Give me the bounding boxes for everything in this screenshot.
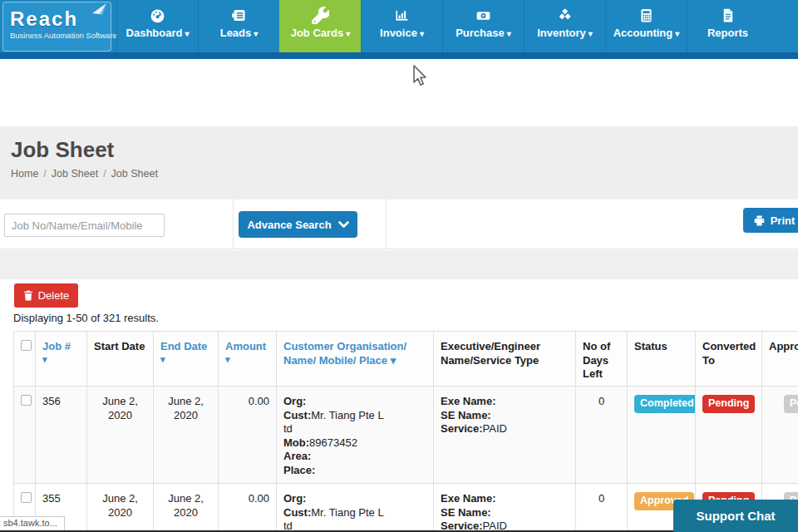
- printer-icon: [753, 214, 766, 227]
- file-icon: [687, 0, 768, 25]
- sort-caret-icon: ▾: [391, 354, 397, 367]
- page-title: Job Sheet: [11, 137, 114, 163]
- caret-down-icon: ▾: [346, 29, 350, 38]
- sort-caret-icon: ▾: [42, 354, 80, 364]
- breadcrumb-home[interactable]: Home: [11, 168, 38, 180]
- money-icon: [443, 0, 524, 25]
- chevron-down-icon: [338, 221, 349, 229]
- cubes-icon: [525, 0, 605, 25]
- browser-link-preview: sb4.tawk.to...: [0, 516, 65, 530]
- breadcrumb-separator: /: [43, 168, 46, 180]
- nav-item-purchase[interactable]: Purchase▾: [442, 0, 524, 52]
- nav-bottom-band: [0, 52, 798, 59]
- job-sheet-content: Delete Displaying 1-50 of 321 results. J…: [0, 279, 798, 532]
- nav-item-accounting[interactable]: Accounting▾: [605, 0, 687, 52]
- caret-down-icon: ▾: [675, 29, 679, 38]
- column-header-converted-to: Converted To: [696, 332, 762, 386]
- breadcrumb-current: Job Sheet: [111, 168, 158, 180]
- advance-search-button[interactable]: Advance Search: [239, 211, 357, 238]
- search-input[interactable]: [4, 214, 165, 237]
- trash-icon: [23, 290, 33, 301]
- breadcrumb-job-sheet[interactable]: Job Sheet: [52, 168, 98, 180]
- sort-caret-icon: ▾: [160, 354, 211, 364]
- column-header-days-left: No of Days Left: [576, 332, 628, 386]
- cell-end-date: June 2, 2020: [154, 484, 219, 532]
- column-header-customer[interactable]: Customer Organisation/ Name/ Mobile/ Pla…: [277, 332, 434, 386]
- row-checkbox[interactable]: [21, 395, 32, 406]
- nav-item-inventory[interactable]: Inventory▾: [524, 0, 605, 52]
- caret-down-icon: ▾: [185, 29, 189, 38]
- column-header-start-date: Start Date: [87, 332, 154, 386]
- cell-amount: 0.00: [219, 484, 277, 532]
- column-header-status: Status: [628, 332, 696, 386]
- breadcrumb-separator: /: [103, 168, 106, 180]
- cell-executive: Exe Name: SE Name: Service:PAID: [434, 387, 576, 483]
- mouse-cursor: [409, 63, 427, 88]
- column-header-amount[interactable]: Amount ▾: [219, 332, 277, 386]
- bar-chart-icon: [362, 0, 442, 25]
- calculator-icon: [606, 0, 687, 25]
- page-header: Job Sheet Home/Job Sheet/Job Sheet: [0, 126, 798, 200]
- cell-executive: Exe Name: SE Name: Service:PAID: [434, 484, 576, 532]
- column-header-executive: Executive/Engineer Name/Service Type: [434, 332, 576, 386]
- list-icon: [199, 0, 279, 25]
- print-button[interactable]: Print: [743, 208, 798, 233]
- cell-customer: Org: Cust:Mr. Tiang Pte L td Mob:8967345…: [277, 387, 434, 483]
- welcome-strip: Welcome FIRE WORX AUTO BODY (PTY)LTD: [0, 59, 798, 126]
- nav-item-leads[interactable]: Leads▾: [198, 0, 279, 52]
- section-gap: [0, 250, 798, 279]
- status-badge: Completed: [634, 395, 696, 413]
- cell-customer: Org: Cust:Mr. Tiang Pte L td Mob:8967345…: [277, 484, 434, 532]
- panel-divider: [233, 200, 234, 249]
- column-header-job-number[interactable]: Job # ▾: [36, 332, 87, 386]
- row-checkbox[interactable]: [21, 492, 32, 503]
- wrench-icon: [280, 0, 361, 25]
- cell-end-date: June 2, 2020: [154, 387, 219, 483]
- caret-down-icon: ▾: [589, 29, 593, 38]
- nav-item-dashboard[interactable]: Dashboard▾: [116, 0, 198, 52]
- column-header-end-date[interactable]: End Date ▾: [154, 332, 219, 386]
- table-header-row: Job # ▾ Start Date End Date ▾ Amount ▾ C…: [13, 331, 798, 387]
- nav-item-reports[interactable]: Reports: [687, 0, 768, 52]
- cell-start-date: June 2, 2020: [87, 387, 154, 483]
- breadcrumb: Home/Job Sheet/Job Sheet: [11, 168, 158, 180]
- support-chat-button[interactable]: Support Chat: [673, 500, 798, 532]
- brand-tagline: Business Automation Software: [10, 31, 106, 40]
- nav-item-invoice[interactable]: Invoice▾: [361, 0, 442, 52]
- converted-badge: Pending: [702, 395, 755, 413]
- caret-down-icon: ▾: [507, 29, 511, 38]
- cell-amount: 0.00: [219, 387, 277, 483]
- paper-plane-icon: [92, 3, 107, 16]
- table-row: 356 June 2, 2020 June 2, 2020 0.00 Org: …: [13, 387, 798, 484]
- cell-job-number: 356: [36, 387, 87, 483]
- reach-logo[interactable]: Reach Business Automation Software: [2, 2, 111, 52]
- cell-converted-to: Pending: [696, 387, 762, 483]
- results-summary: Displaying 1-50 of 321 results.: [13, 312, 159, 324]
- approval-badge: Pe: [784, 395, 798, 413]
- cell-days-left: 0: [576, 484, 628, 532]
- search-panel: Advance Search Print: [0, 200, 798, 249]
- job-sheet-screen: Reach Business Automation Software Dashb…: [0, 0, 798, 532]
- cell-days-left: 0: [576, 387, 628, 483]
- brand-name: Reach: [10, 9, 106, 29]
- sort-caret-icon: ▾: [225, 354, 269, 364]
- delete-button[interactable]: Delete: [14, 283, 78, 308]
- caret-down-icon: ▾: [420, 29, 424, 38]
- caret-down-icon: ▾: [254, 29, 258, 38]
- panel-divider: [386, 200, 387, 249]
- cell-start-date: June 2, 2020: [87, 484, 154, 532]
- dashboard-gauge-icon: [117, 0, 198, 25]
- top-nav: Reach Business Automation Software Dashb…: [0, 0, 798, 59]
- column-header-approval: Approv: [762, 332, 798, 386]
- nav-item-job-cards[interactable]: Job Cards▾: [279, 0, 361, 52]
- cell-approval: Pe: [762, 387, 798, 483]
- select-all-checkbox[interactable]: [21, 340, 32, 351]
- cell-status: Completed: [628, 387, 696, 483]
